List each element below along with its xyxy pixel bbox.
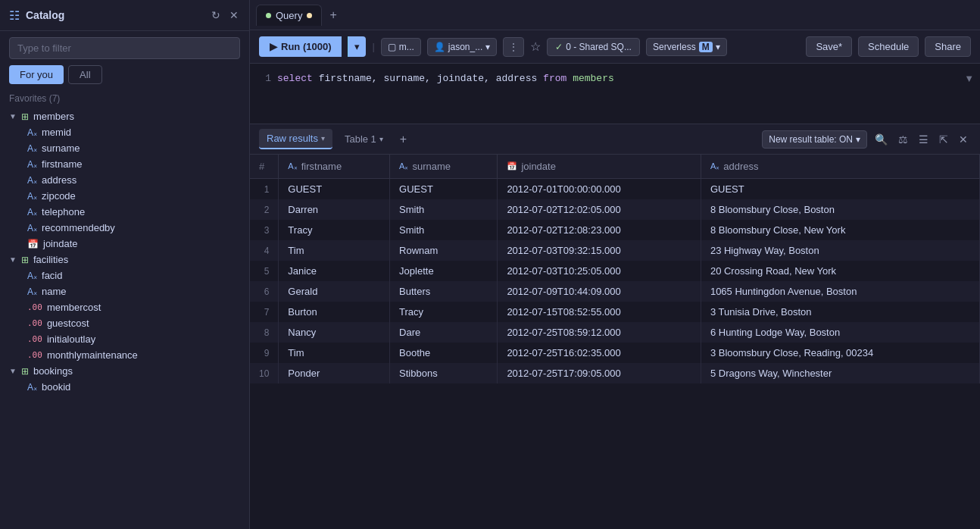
tree-col-joindate[interactable]: 📅 joindate [0, 236, 249, 252]
tab-for-you[interactable]: For you [9, 65, 64, 84]
workspace-selector[interactable]: ▢ m... [381, 38, 421, 56]
cell-joindate: 2012-07-09T10:44:09.000 [498, 281, 701, 302]
chevron-down-icon: ▾ [716, 42, 720, 52]
tree-group-facilities[interactable]: ▼ ⊞ facilities [0, 252, 249, 268]
tree-col-guestcost[interactable]: .00 guestcost [0, 315, 249, 331]
col-header-surname[interactable]: Aₓ surname [390, 155, 498, 179]
user-icon: 👤 [434, 42, 445, 52]
cell-address: 8 Bloomsbury Close, New York [701, 220, 979, 240]
col-header-address[interactable]: Aₓ address [701, 155, 979, 179]
table-row[interactable]: 9 Tim Boothe 2012-07-25T16:02:35.000 3 B… [250, 343, 980, 363]
catalog-icon: ☷ [9, 8, 20, 23]
add-result-tab-button[interactable]: + [395, 130, 411, 149]
tree-col-name[interactable]: Aₓ name [0, 283, 249, 299]
tree-group-label: members [33, 111, 74, 122]
new-result-selector[interactable]: New result table: ON ▾ [762, 130, 867, 149]
share-button[interactable]: Share [925, 36, 971, 57]
tree-col-initialoutlay[interactable]: .00 initialoutlay [0, 331, 249, 347]
compute-selector[interactable]: Serverless M ▾ [646, 38, 727, 56]
tree-col-memid[interactable]: Aₓ memid [0, 124, 249, 140]
tab-table-1[interactable]: Table 1 ▾ [337, 130, 391, 149]
line-numbers: 1 [250, 70, 277, 117]
table-row[interactable]: 1 GUEST GUEST 2012-07-01T00:00:00.000 GU… [250, 179, 980, 200]
tab-raw-results[interactable]: Raw results ▾ [259, 129, 332, 149]
more-options-button[interactable]: ⋮ [503, 37, 524, 57]
columns-button[interactable]: ☰ [916, 130, 932, 149]
cell-firstname: Tim [279, 343, 390, 363]
column-type-icon: Aₓ [27, 175, 37, 186]
refresh-button[interactable]: ↻ [210, 8, 222, 23]
schedule-button[interactable]: Schedule [858, 36, 919, 57]
tab-all[interactable]: All [68, 65, 101, 84]
row-number: 2 [250, 199, 279, 220]
filter-results-button[interactable]: ⚖ [895, 130, 911, 149]
table-row[interactable]: 2 Darren Smith 2012-07-02T12:02:05.000 8… [250, 199, 980, 220]
sidebar-header: ☷ Catalog ↻ ✕ [0, 0, 249, 31]
col-header-joindate[interactable]: 📅 joindate [498, 155, 701, 179]
cell-firstname: GUEST [279, 179, 390, 200]
user-selector[interactable]: 👤 jason_... ▾ [427, 38, 497, 56]
chevron-down-icon: ▾ [856, 134, 860, 145]
expand-button[interactable]: ⇱ [936, 130, 951, 149]
search-input[interactable] [9, 37, 240, 59]
cell-address: 8 Bloomsbury Close, Boston [701, 199, 979, 220]
table-row[interactable]: 6 Gerald Butters 2012-07-09T10:44:09.000… [250, 281, 980, 302]
search-results-button[interactable]: 🔍 [872, 130, 891, 149]
save-button[interactable]: Save* [806, 36, 852, 57]
tree-col-bookid[interactable]: Aₓ bookid [0, 379, 249, 395]
run-button[interactable]: ▶ Run (1000) [259, 36, 342, 57]
raw-results-label: Raw results [267, 133, 318, 144]
chevron-down-icon: ▼ [9, 367, 17, 375]
row-number: 10 [250, 363, 279, 383]
run-dropdown-button[interactable]: ▾ [348, 36, 366, 57]
table-row[interactable]: 3 Tracy Smith 2012-07-02T12:08:23.000 8 … [250, 220, 980, 240]
cell-surname: GUEST [390, 179, 498, 200]
tree-col-facid[interactable]: Aₓ facid [0, 268, 249, 283]
tree-col-monthlymaintenance[interactable]: .00 monthlymaintenance [0, 347, 249, 363]
main-content: Query + ▶ Run (1000) ▾ | ▢ m... 👤 jason_… [250, 0, 980, 529]
tree-col-telephone[interactable]: Aₓ telephone [0, 204, 249, 220]
table-icon: ⊞ [21, 111, 29, 122]
cell-firstname: Ponder [279, 363, 390, 383]
query-tab[interactable]: Query [256, 5, 322, 26]
table-row[interactable]: 4 Tim Rownam 2012-07-03T09:32:15.000 23 … [250, 240, 980, 261]
code-editor[interactable]: select firstname, surname, joindate, add… [277, 70, 958, 117]
tree-col-zipcode[interactable]: Aₓ zipcode [0, 188, 249, 204]
table-row[interactable]: 5 Janice Joplette 2012-07-03T10:25:05.00… [250, 261, 980, 281]
results-table-container: # Aₓ firstname Aₓ surname [250, 155, 980, 529]
tree-group-label: bookings [33, 365, 73, 377]
connection-selector[interactable]: ✓ 0 - Shared SQ... [547, 38, 640, 56]
add-tab-button[interactable]: + [325, 5, 341, 25]
cell-address: 5 Dragons Way, Winchester [701, 363, 979, 383]
editor-collapse-btn[interactable]: ▼ [958, 70, 980, 117]
cell-firstname: Gerald [279, 281, 390, 302]
close-sidebar-button[interactable]: ✕ [228, 8, 240, 23]
table-row[interactable]: 10 Ponder Stibbons 2012-07-25T17:09:05.0… [250, 363, 980, 383]
m-badge: M [699, 42, 713, 52]
col-header-firstname[interactable]: Aₓ firstname [279, 155, 390, 179]
column-type-icon: Aₓ [27, 382, 37, 393]
tree-col-address[interactable]: Aₓ address [0, 172, 249, 188]
workspace-icon: ▢ [388, 42, 396, 52]
close-results-button[interactable]: ✕ [956, 130, 971, 149]
tree-col-surname[interactable]: Aₓ surname [0, 140, 249, 156]
chevron-down-icon: ▼ [9, 112, 17, 121]
star-button[interactable]: ☆ [530, 39, 541, 54]
column-type-icon: Aₓ [27, 191, 37, 202]
table-row[interactable]: 8 Nancy Dare 2012-07-25T08:59:12.000 6 H… [250, 322, 980, 343]
column-type-icon: Aₓ [27, 159, 37, 170]
cell-surname: Dare [390, 322, 498, 343]
tree-col-recommendedby[interactable]: Aₓ recommendedby [0, 220, 249, 236]
toolbar: ▶ Run (1000) ▾ | ▢ m... 👤 jason_... ▾ ⋮ … [250, 30, 980, 64]
table-row[interactable]: 7 Burton Tracy 2012-07-15T08:52:55.000 3… [250, 302, 980, 322]
cell-joindate: 2012-07-15T08:52:55.000 [498, 302, 701, 322]
cell-joindate: 2012-07-25T17:09:05.000 [498, 363, 701, 383]
row-number: 4 [250, 240, 279, 261]
chevron-down-icon: ▾ [354, 41, 360, 52]
tree-col-membercost[interactable]: .00 membercost [0, 299, 249, 315]
tree-col-firstname[interactable]: Aₓ firstname [0, 156, 249, 172]
cell-firstname: Darren [279, 199, 390, 220]
tree-group-bookings[interactable]: ▼ ⊞ bookings [0, 363, 249, 379]
tree-group-members[interactable]: ▼ ⊞ members [0, 108, 249, 124]
cell-firstname: Burton [279, 302, 390, 322]
